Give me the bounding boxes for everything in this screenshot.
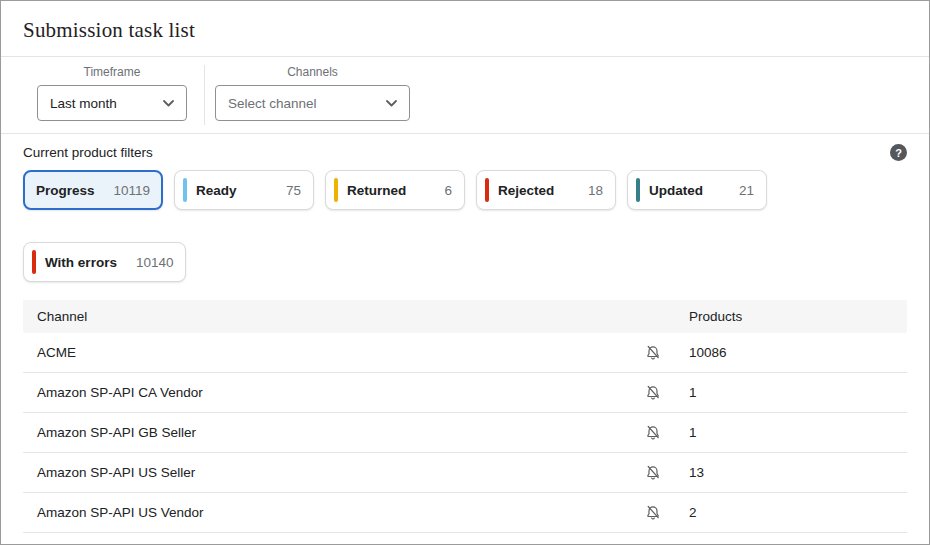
filter-chip-returned[interactable]: Returned 6 (325, 170, 465, 210)
channel-name: Amazon SP-API US Seller (23, 465, 645, 480)
chevron-down-icon (386, 100, 397, 107)
table-row[interactable]: Amazon SP-API US Seller 13 (23, 453, 907, 493)
products-count: 13 (689, 465, 907, 480)
channel-column-header: Channel (23, 309, 645, 324)
chip-label: Returned (347, 183, 406, 198)
chip-count: 21 (729, 183, 754, 198)
chip-color-bar (636, 178, 640, 202)
products-count: 10086 (689, 345, 907, 360)
chip-label: Progress (36, 183, 95, 198)
channel-name: ACME (23, 345, 645, 360)
notifications-off-icon (645, 344, 661, 361)
chip-count: 10140 (126, 255, 174, 270)
filter-chip-ready[interactable]: Ready 75 (174, 170, 314, 210)
channel-select[interactable]: Select channel (215, 85, 410, 121)
notifications-off-icon (645, 504, 661, 521)
channel-name: Amazon SP-API US Vendor (23, 505, 645, 520)
page-title: Submission task list (23, 18, 905, 43)
table-header-row: Channel Products (23, 300, 907, 333)
filter-chip-progress[interactable]: Progress 10119 (23, 170, 163, 210)
top-filter-bar: Timeframe Last month Channels Select cha… (1, 57, 929, 134)
chip-color-bar (485, 178, 489, 202)
title-bar: Submission task list (1, 1, 929, 57)
chip-count: 18 (578, 183, 603, 198)
chip-color-bar (334, 178, 338, 202)
products-count: 1 (689, 385, 907, 400)
products-column-header: Products (689, 309, 907, 324)
products-count: 1 (689, 425, 907, 440)
filter-chips: Progress 10119 Ready 75 Returned 6 Rejec… (1, 161, 929, 292)
channels-group: Channels Select channel (215, 65, 410, 121)
notifications-off-icon (645, 384, 661, 401)
table-row[interactable]: Amazon SP-API US Vendor 2 (23, 493, 907, 533)
channels-table: Channel Products ACME 10086 Amazon SP-AP… (23, 300, 907, 545)
table-row[interactable]: ACME 10086 (23, 333, 907, 373)
chevron-down-icon (163, 100, 174, 107)
product-filters-label: Current product filters (23, 145, 153, 160)
products-count: 2 (689, 505, 907, 520)
submission-task-list-page: Submission task list Timeframe Last mont… (0, 0, 930, 545)
channel-placeholder: Select channel (228, 96, 317, 111)
filter-chip-updated[interactable]: Updated 21 (627, 170, 767, 210)
chip-count: 75 (276, 183, 301, 198)
timeframe-group: Timeframe Last month (37, 65, 205, 125)
chip-label: Rejected (498, 183, 554, 198)
table-row[interactable]: Shopify 4 (23, 533, 907, 545)
help-icon[interactable]: ? (890, 144, 907, 161)
notifications-off-icon (645, 464, 661, 481)
table-body: ACME 10086 Amazon SP-API CA Vendor 1 Ama… (23, 333, 907, 545)
channel-name: Amazon SP-API CA Vendor (23, 385, 645, 400)
table-row[interactable]: Amazon SP-API GB Seller 1 (23, 413, 907, 453)
timeframe-select[interactable]: Last month (37, 85, 187, 121)
chip-color-bar (32, 250, 36, 274)
chip-label: With errors (45, 255, 117, 270)
timeframe-label: Timeframe (84, 65, 141, 79)
chip-label: Ready (196, 183, 237, 198)
chip-count: 6 (435, 183, 453, 198)
chip-color-bar (183, 178, 187, 202)
table-row[interactable]: Amazon SP-API CA Vendor 1 (23, 373, 907, 413)
filter-chip-rejected[interactable]: Rejected 18 (476, 170, 616, 210)
notifications-off-icon (645, 424, 661, 441)
chip-count: 10119 (104, 183, 151, 198)
product-filters-header: Current product filters ? (1, 134, 929, 161)
timeframe-value: Last month (50, 96, 117, 111)
channel-name: Amazon SP-API GB Seller (23, 425, 645, 440)
channels-label: Channels (287, 65, 338, 79)
filter-chip-with-errors[interactable]: With errors 10140 (23, 242, 186, 282)
chip-label: Updated (649, 183, 703, 198)
